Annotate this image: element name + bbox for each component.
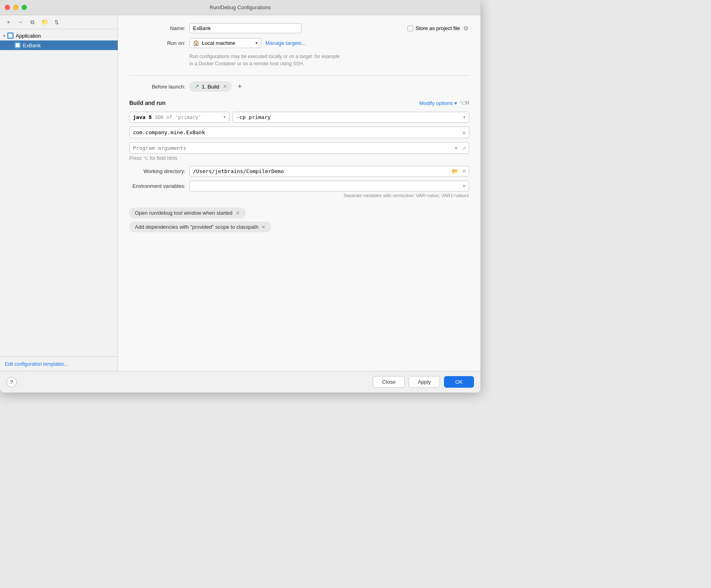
sort-button[interactable]: ⇅ — [51, 18, 62, 26]
apply-button[interactable]: Apply — [409, 376, 440, 388]
close-button[interactable]: Close — [373, 376, 404, 388]
gear-button[interactable]: ⚙ — [462, 25, 469, 32]
run-on-hint: Run configurations may be executed local… — [189, 53, 469, 67]
option-tag-2-close-icon[interactable]: ✕ — [261, 224, 265, 230]
run-on-row: Run on: 🏠 Local machine ▾ Manage targets… — [129, 38, 469, 48]
store-project-checkbox[interactable] — [408, 26, 413, 31]
sidebar-toolbar: + − ⧉ 📁 ⇅ — [0, 15, 118, 29]
sdk-suffix: SDK of 'primary' — [155, 115, 201, 120]
program-arguments-input[interactable] — [130, 143, 452, 153]
name-row: Name: Store as project file ⚙ — [129, 23, 469, 33]
modify-options-area: Modify options ▾ ⌥M — [419, 100, 469, 106]
name-label: Name: — [129, 25, 185, 31]
env-vars-input[interactable] — [190, 181, 459, 191]
working-directory-field: 📂 ≡ — [189, 166, 469, 177]
env-hint: Separate variables with semicolon: VAR=v… — [129, 193, 469, 198]
option-tag-2: Add dependencies with "provided" scope t… — [129, 222, 271, 232]
add-config-button[interactable]: + — [3, 18, 14, 26]
window-title: Run/Debug Configurations — [209, 4, 271, 10]
option-tags-area: Open run/debug tool window when started … — [129, 207, 469, 236]
move-to-folder-button[interactable]: 📁 — [39, 18, 50, 26]
cp-value: -cp primary — [236, 114, 271, 120]
build-tag: ↗ 1. Build ✕ — [189, 81, 232, 92]
manage-targets-link[interactable]: Manage targets... — [265, 40, 306, 46]
edit-macro-button[interactable]: ≡ — [461, 167, 467, 175]
working-directory-label: Working directory: — [129, 168, 185, 174]
chevron-down-icon: ▾ — [3, 34, 5, 38]
chevron-down-icon: ▾ — [223, 115, 226, 120]
expand-args-icon[interactable]: ⤢ — [460, 144, 469, 153]
build-and-run-title: Build and run — [129, 100, 165, 106]
divider — [129, 75, 469, 76]
cp-dropdown[interactable]: -cp primary ▾ — [233, 112, 469, 123]
sdk-java-label: java 8 — [133, 114, 152, 120]
working-dir-icons: 📂 ≡ — [450, 167, 469, 175]
option-tag-1: Open run/debug tool window when started … — [129, 207, 245, 218]
run-on-dropdown[interactable]: 🏠 Local machine ▾ — [189, 38, 261, 48]
chevron-down-icon: ▾ — [463, 115, 466, 120]
add-before-launch-button[interactable]: + — [236, 83, 243, 90]
store-project-label: Store as project file — [416, 25, 460, 31]
house-icon: 🏠 — [193, 40, 199, 46]
help-button[interactable]: ? — [6, 377, 17, 387]
tree-group-label: Application — [16, 33, 41, 39]
sdk-row: java 8 SDK of 'primary' ▾ -cp primary ▾ — [129, 112, 469, 123]
working-directory-row: Working directory: 📂 ≡ — [129, 166, 469, 177]
run-on-value: Local machine — [202, 40, 235, 46]
modify-options-button[interactable]: Modify options ▾ — [419, 100, 457, 106]
main-content: + − ⧉ 📁 ⇅ ▾ Application — [0, 15, 480, 371]
browse-dir-button[interactable]: 📂 — [450, 167, 460, 175]
main-class-row: ≡ — [129, 127, 469, 138]
main-class-input[interactable] — [130, 127, 459, 138]
build-tag-label: 1. Build — [202, 84, 219, 90]
remove-config-button[interactable]: − — [15, 18, 26, 26]
build-icon: ↗ — [194, 83, 199, 90]
sdk-dropdown[interactable]: java 8 SDK of 'primary' ▾ — [129, 112, 229, 123]
title-bar: Run/Debug Configurations — [0, 0, 480, 15]
browse-class-icon[interactable]: ≡ — [459, 128, 469, 137]
exbank-icon — [14, 42, 21, 48]
ok-button[interactable]: OK — [444, 376, 474, 388]
traffic-lights[interactable] — [5, 5, 27, 10]
browse-args-icon[interactable]: ≡ — [452, 143, 460, 153]
option-tag-2-label: Add dependencies with "provided" scope t… — [135, 224, 258, 230]
option-tag-1-label: Open run/debug tool window when started — [135, 210, 233, 216]
run-on-label: Run on: — [129, 40, 185, 46]
sidebar: + − ⧉ 📁 ⇅ ▾ Application — [0, 15, 118, 371]
before-launch-label: Before launch: — [129, 84, 185, 90]
maximize-button[interactable] — [22, 5, 27, 10]
copy-config-button[interactable]: ⧉ — [27, 18, 38, 26]
field-hint: Press ⌥ for field hints — [129, 155, 469, 161]
program-arguments-row: ≡ ⤢ — [129, 142, 469, 154]
sidebar-footer: Edit configuration templates... — [0, 356, 118, 371]
tree-group-application[interactable]: ▾ Application — [0, 31, 118, 40]
bottom-bar: ? Close Apply OK — [0, 371, 480, 393]
name-input[interactable] — [189, 23, 301, 33]
sidebar-tree: ▾ Application ExBank — [0, 29, 118, 356]
tree-item-exbank[interactable]: ExBank — [0, 40, 118, 50]
before-launch-row: Before launch: ↗ 1. Build ✕ + — [129, 81, 469, 92]
application-group-icon — [7, 32, 14, 39]
build-run-section-header: Build and run Modify options ▾ ⌥M — [129, 100, 469, 106]
working-directory-input[interactable] — [190, 166, 450, 176]
store-project-row: Store as project file ⚙ — [408, 25, 469, 32]
env-vars-label: Environment variables: — [129, 183, 185, 189]
right-panel: Name: Store as project file ⚙ Run on: 🏠 … — [118, 15, 480, 371]
action-buttons: Close Apply OK — [373, 376, 474, 388]
minimize-button[interactable] — [13, 5, 18, 10]
option-tag-1-close-icon[interactable]: ✕ — [236, 210, 240, 216]
environment-variables-row: Environment variables: ≡ — [129, 181, 469, 191]
close-button[interactable] — [5, 5, 10, 10]
browse-env-icon[interactable]: ≡ — [459, 181, 469, 191]
edit-templates-link[interactable]: Edit configuration templates... — [5, 361, 68, 367]
build-tag-close-icon[interactable]: ✕ — [223, 84, 227, 89]
env-vars-field: ≡ — [189, 181, 469, 191]
chevron-down-icon: ▾ — [454, 100, 457, 106]
chevron-down-icon: ▾ — [255, 40, 258, 46]
tree-item-label: ExBank — [23, 42, 41, 48]
modify-options-shortcut: ⌥M — [460, 100, 469, 106]
